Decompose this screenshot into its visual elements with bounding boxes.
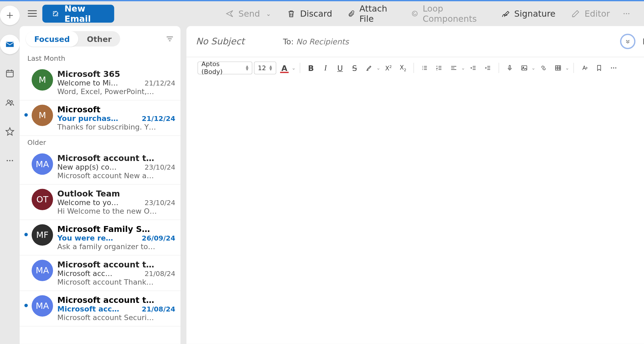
table-icon [554, 64, 562, 72]
star-icon [5, 127, 15, 137]
more-nav-button[interactable] [0, 151, 20, 170]
calendar-icon [5, 68, 15, 78]
message-preview: Thanks for subscribing. Y… [57, 123, 175, 131]
strikethrough-button[interactable]: S [348, 62, 361, 74]
message-date: 23/10/24 [145, 199, 175, 207]
ribbon-overflow-button[interactable] [619, 5, 634, 22]
message-row[interactable]: MAMicrosoft account t…Microsoft acc…21/0… [20, 291, 181, 327]
compose-quick-button[interactable] [0, 6, 20, 25]
message-row[interactable]: MMicrosoft 365Welcome to Mi…21/12/24Word… [20, 65, 181, 101]
message-row[interactable]: OTOutlook TeamWelcome to yo…23/10/24Hi W… [20, 185, 181, 220]
message-date: 23/10/24 [145, 163, 175, 171]
message-row[interactable]: MAMicrosoft account t…New app(s) co…23/1… [20, 149, 181, 185]
bookmark-icon [595, 64, 603, 72]
spinner-icon: ▲▼ [270, 65, 272, 71]
message-preview: Microsoft account Securi… [57, 313, 175, 322]
format-overflow-button[interactable] [607, 62, 620, 74]
message-subject: New app(s) co… [57, 163, 117, 171]
subject-field[interactable]: No Subject [196, 36, 245, 46]
expand-header-button[interactable] [620, 34, 635, 49]
italic-button[interactable]: I [319, 62, 332, 74]
subscript-button[interactable]: X2 [397, 62, 409, 74]
outdent-button[interactable] [467, 62, 480, 74]
number-list-button[interactable] [433, 62, 446, 74]
unread-indicator [23, 224, 29, 236]
font-family-dropdown[interactable]: Aptos (Body) ▲▼ [197, 62, 252, 74]
align-button[interactable] [447, 62, 460, 74]
image-button[interactable] [518, 62, 531, 74]
mail-nav-button[interactable] [0, 35, 20, 54]
message-subject: Your purchas… [57, 114, 118, 123]
font-size-dropdown[interactable]: 12 ▲▼ [254, 62, 276, 74]
avatar: MF [32, 224, 53, 246]
people-nav-button[interactable] [0, 93, 20, 112]
svg-rect-15 [509, 65, 510, 69]
attach-button[interactable]: Attach File [342, 5, 401, 22]
popout-button[interactable] [642, 36, 644, 46]
sender-name: Microsoft account t… [57, 153, 175, 163]
chevron-down-icon[interactable]: ⌄ [565, 65, 569, 71]
svg-point-1 [7, 100, 10, 103]
unread-indicator [23, 189, 29, 198]
tab-focused[interactable]: Focused [26, 31, 78, 46]
discard-button[interactable]: Discard [280, 5, 338, 22]
unread-indicator [23, 260, 29, 268]
message-subject: Welcome to yo… [57, 198, 118, 207]
calendar-nav-button[interactable] [0, 64, 20, 83]
editor-icon [571, 9, 580, 18]
chevron-down-icon[interactable]: ⌄ [292, 65, 296, 71]
highlight-button[interactable] [363, 62, 376, 74]
svg-point-6 [412, 11, 417, 16]
message-date: 21/12/24 [142, 114, 175, 123]
underline-button[interactable]: U [334, 62, 346, 74]
mail-icon [5, 39, 15, 49]
chevron-down-icon[interactable]: ⌄ [531, 65, 535, 71]
send-label: Send [238, 9, 260, 19]
loop-button[interactable]: Loop Components [405, 5, 491, 22]
table-button[interactable] [551, 62, 564, 74]
section-header-last-month: Last Month [20, 52, 181, 65]
font-color-button[interactable]: A [278, 62, 291, 74]
avatar: M [32, 69, 53, 91]
message-preview: Microsoft account Thank… [57, 278, 175, 286]
bullet-list-button[interactable] [418, 62, 431, 74]
font-family-value: Aptos (Body) [201, 60, 242, 76]
editor-button[interactable]: Editor [565, 5, 616, 22]
avatar: MA [32, 260, 53, 281]
outdent-icon [469, 64, 477, 72]
signature-button[interactable]: Signature [494, 5, 561, 22]
message-row[interactable]: MMicrosoftYour purchas…21/12/24Thanks fo… [20, 101, 181, 136]
favorites-nav-button[interactable] [0, 122, 20, 141]
ribbon-toolbar: New Email Send ⌄ Discard Attach File Loo… [20, 1, 644, 26]
signature-label: Signature [514, 9, 555, 19]
people-icon [5, 97, 15, 108]
bold-button[interactable]: B [305, 62, 317, 74]
message-row[interactable]: MFMicrosoft Family S…You were re…26/09/2… [20, 220, 181, 256]
clear-format-button[interactable] [593, 62, 606, 74]
collapse-ribbon-button[interactable] [637, 5, 644, 22]
new-email-button[interactable]: New Email [42, 5, 114, 23]
message-row[interactable]: MAMicrosoft account t…Microsoft acc…21/0… [20, 256, 181, 291]
hamburger-button[interactable] [26, 6, 39, 22]
svg-rect-18 [555, 66, 561, 70]
svg-point-13 [423, 68, 423, 68]
filter-button[interactable] [165, 34, 175, 44]
message-date: 21/08/24 [145, 270, 175, 278]
indent-button[interactable] [481, 62, 494, 74]
sender-name: Microsoft account t… [57, 295, 175, 304]
svg-rect-16 [522, 66, 527, 70]
dictate-button[interactable] [503, 62, 516, 74]
send-button[interactable]: Send ⌄ [219, 5, 277, 22]
compose-body[interactable] [186, 78, 644, 344]
superscript-button[interactable]: X2 [382, 62, 395, 74]
to-field[interactable]: No Recipients [296, 37, 349, 46]
svg-point-12 [423, 66, 423, 67]
chevron-down-icon[interactable]: ⌄ [376, 65, 380, 71]
styles-button[interactable] [578, 62, 591, 74]
svg-point-20 [613, 67, 614, 69]
link-button[interactable] [537, 62, 550, 74]
chevron-down-icon[interactable]: ⌄ [461, 65, 465, 71]
formatting-toolbar: Aptos (Body) ▲▼ 12 ▲▼ A ⌄ B I U S ⌄ [186, 57, 644, 78]
tab-other[interactable]: Other [78, 31, 120, 46]
message-preview: Microsoft account New a… [57, 171, 175, 180]
